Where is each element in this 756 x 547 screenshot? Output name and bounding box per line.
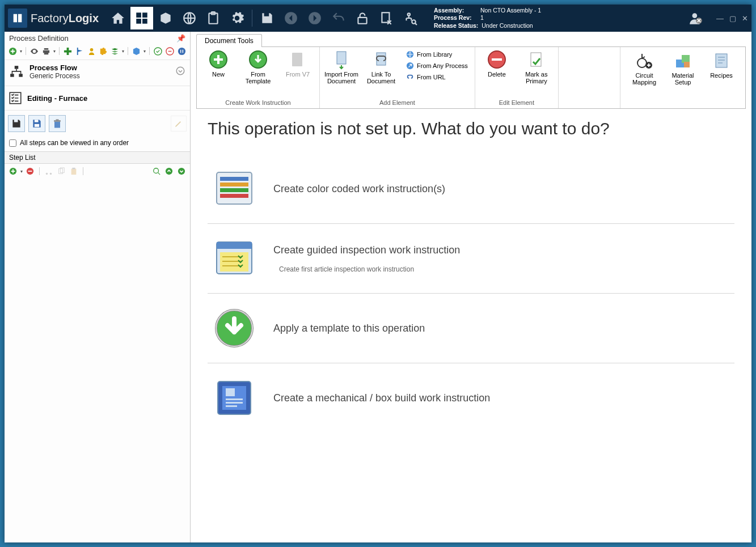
content-heading: This operation is not set up. What do yo…	[208, 119, 734, 138]
puzzle-icon[interactable]	[98, 46, 108, 56]
app-window: FactoryLogix Assembly:Non CTO Assembly -…	[5, 5, 751, 542]
package-icon[interactable]	[154, 7, 177, 29]
ribbon-link-doc[interactable]: Link To Document	[364, 49, 398, 84]
option-template[interactable]: Apply a template to this operation	[208, 294, 734, 363]
green-cross-icon[interactable]	[63, 46, 73, 56]
ribbon-from-any-process[interactable]: From Any Process	[404, 61, 470, 71]
grid-icon[interactable]	[130, 7, 153, 29]
ribbon-circuit-mapping[interactable]: Circuit Mapping	[628, 50, 660, 107]
save-button[interactable]	[8, 115, 25, 132]
dropdown-caret-icon-3[interactable]: ▾	[122, 49, 124, 54]
maximize-button[interactable]: ▢	[729, 14, 736, 23]
minus-circle-icon[interactable]	[164, 46, 175, 56]
tab-document-tools[interactable]: Document Tools	[196, 34, 262, 47]
svg-rect-50	[682, 55, 690, 63]
ribbon-from-url[interactable]: From URL	[404, 72, 470, 82]
print-icon[interactable]	[41, 46, 52, 56]
step-remove-icon[interactable]	[25, 166, 35, 176]
cube-icon[interactable]	[132, 46, 142, 56]
svg-rect-68	[226, 405, 237, 407]
close-button[interactable]: ✕	[742, 14, 748, 23]
pin-icon[interactable]: 📌	[176, 34, 185, 43]
option-mechanical[interactable]: Create a mechanical / box build work ins…	[208, 363, 734, 432]
svg-rect-55	[220, 183, 248, 186]
flow-subtitle: Generic Process	[29, 72, 80, 80]
search-tree-icon[interactable]	[399, 7, 421, 29]
option-color-coded[interactable]: Create color coded work instruction(s)	[208, 154, 734, 224]
flag-icon[interactable]	[74, 46, 85, 56]
svg-point-36	[178, 168, 185, 175]
svg-rect-33	[72, 168, 75, 169]
save-icon[interactable]	[256, 7, 278, 29]
svg-rect-66	[226, 398, 243, 400]
minimize-button[interactable]: —	[716, 14, 724, 23]
brand-b: Logix	[69, 12, 99, 24]
home-icon[interactable]	[107, 7, 129, 29]
ribbon-mark-primary[interactable]: Mark as Primary	[520, 49, 554, 84]
mechanical-icon	[212, 376, 256, 420]
ribbon-from-library[interactable]: From Library	[404, 49, 470, 60]
lock-icon[interactable]	[351, 7, 374, 29]
add-icon[interactable]	[8, 46, 18, 56]
svg-rect-32	[71, 169, 77, 175]
ribbon-import-doc[interactable]: Import From Document	[324, 49, 358, 84]
ribbon-new[interactable]: New	[201, 49, 235, 78]
step-zoom-icon[interactable]	[151, 166, 162, 176]
ribbon-group-create-label: Create Work Instruction	[225, 98, 290, 107]
allsteps-label: All steps can be viewed in any order	[20, 139, 129, 147]
separator	[252, 10, 252, 27]
ribbon-group-edit: Delete Mark as Primary Edit Element	[475, 47, 559, 108]
ribbon-delete[interactable]: Delete	[480, 49, 514, 78]
content-area: This operation is not set up. What do yo…	[191, 109, 751, 542]
option-mechanical-label: Create a mechanical / box build work ins…	[273, 392, 490, 404]
brand-text: FactoryLogix	[31, 12, 99, 25]
step-add-caret[interactable]: ▾	[20, 169, 23, 174]
option-guided-label: Create guided inspection work instructio…	[273, 244, 460, 256]
dropdown-caret-icon-2[interactable]: ▾	[53, 49, 56, 54]
step-up-icon[interactable]	[164, 166, 174, 176]
meta-rev-value: 1	[480, 14, 484, 22]
ribbon-from-template[interactable]: From Template	[241, 49, 275, 84]
pencil-button[interactable]	[171, 116, 187, 132]
panel-title: Process Definition	[9, 34, 69, 43]
svg-rect-18	[19, 74, 23, 77]
svg-rect-59	[217, 242, 252, 249]
svg-rect-21	[35, 120, 39, 122]
step-down-icon[interactable]	[176, 166, 187, 176]
eye-icon[interactable]	[29, 46, 40, 56]
tabstrip: Document Tools	[191, 32, 751, 46]
svg-point-35	[166, 168, 172, 175]
expand-down-icon[interactable]	[175, 66, 185, 78]
ribbon-recipes[interactable]: Recipes	[706, 50, 737, 107]
svg-rect-16	[15, 66, 19, 69]
ribbon-group-add-label: Add Element	[379, 98, 415, 107]
editing-label: Editing - Furnace	[27, 94, 87, 103]
trash-button[interactable]	[49, 115, 66, 132]
globe-icon[interactable]	[178, 7, 201, 29]
dropdown-caret-icon[interactable]: ▾	[20, 49, 22, 54]
dropdown-caret-icon-4[interactable]: ▾	[143, 49, 146, 54]
option-guided[interactable]: Create guided inspection work instructio…	[208, 224, 734, 294]
svg-rect-40	[337, 52, 346, 64]
stack-icon[interactable]	[110, 46, 120, 56]
pause-circle-icon[interactable]	[176, 46, 187, 56]
ribbon-material-setup[interactable]: Material Setup	[667, 50, 699, 107]
svg-point-19	[176, 67, 184, 75]
delete-doc-icon[interactable]	[375, 7, 398, 29]
allsteps-checkbox[interactable]	[9, 139, 16, 147]
step-add-icon[interactable]	[8, 166, 18, 176]
svg-rect-67	[226, 402, 243, 404]
clipboard-icon[interactable]	[202, 7, 225, 29]
process-flow-row[interactable]: Process Flow Generic Process	[5, 60, 190, 86]
allsteps-row: All steps can be viewed in any order	[5, 137, 190, 151]
meta-assembly-label: Assembly:	[434, 7, 477, 14]
template-icon	[212, 306, 256, 350]
body-area: Process Definition 📌 ▾ ▾ ▾ ▾	[5, 32, 751, 542]
window-controls: — ▢ ✕	[716, 14, 748, 23]
option-guided-sub[interactable]: Create first article inspection work ins…	[279, 265, 460, 273]
gear-icon[interactable]	[226, 7, 248, 29]
check-circle-icon[interactable]	[153, 46, 163, 56]
person-icon[interactable]	[86, 46, 96, 56]
user-icon[interactable]	[685, 7, 707, 29]
save-disk-button[interactable]	[28, 115, 45, 132]
